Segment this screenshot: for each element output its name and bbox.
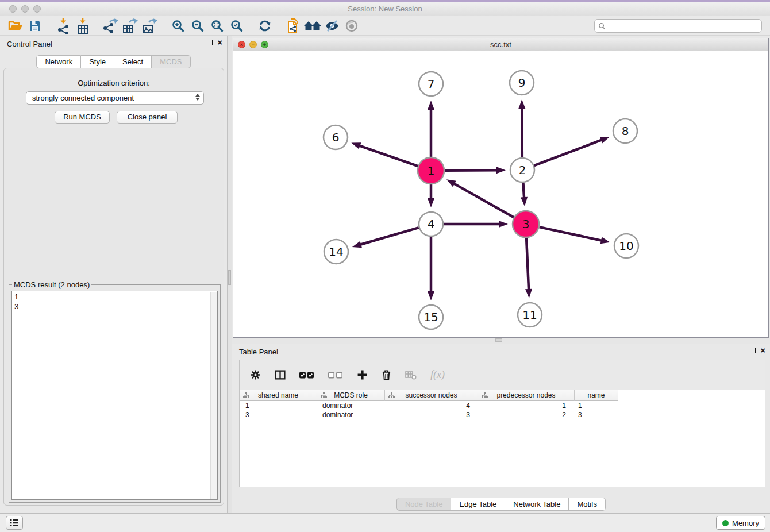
edge-2-3[interactable]: [521, 183, 528, 206]
network-window-titlebar[interactable]: × − + scc.txt: [233, 38, 768, 51]
edge-4-3[interactable]: [444, 221, 508, 228]
zoom-fit-button[interactable]: [207, 17, 227, 34]
edge-1-6[interactable]: [351, 142, 418, 166]
window-close-button[interactable]: [9, 5, 17, 13]
table-tab-network-table[interactable]: Network Table: [505, 498, 569, 511]
cell-MCDS-role[interactable]: dominator: [317, 410, 385, 419]
export-network-button[interactable]: [101, 17, 121, 34]
window-minimize-button[interactable]: [21, 5, 29, 13]
graph-node-2[interactable]: 2: [510, 158, 534, 182]
float-panel-icon[interactable]: [207, 40, 213, 45]
hide-selected-button[interactable]: [322, 17, 342, 34]
edge-2-8[interactable]: [534, 137, 610, 165]
graph-node-9[interactable]: 9: [510, 71, 534, 95]
show-column-panel-button[interactable]: [275, 369, 286, 380]
graph-node-14[interactable]: 14: [324, 240, 348, 264]
graph-node-6[interactable]: 6: [324, 125, 348, 149]
criterion-select[interactable]: strongly connected component: [26, 91, 204, 105]
column-header-successor-nodes[interactable]: successor nodes: [385, 390, 478, 401]
deselect-all-checkboxes-button[interactable]: [328, 371, 343, 379]
column-header-shared-name[interactable]: shared name: [240, 390, 317, 401]
titlebar[interactable]: Session: New Session: [0, 2, 770, 16]
control-tab-mcds[interactable]: MCDS: [152, 55, 190, 68]
close-table-panel-icon[interactable]: ×: [760, 348, 765, 353]
vertical-splitter[interactable]: [228, 36, 232, 513]
cell-predecessor-nodes[interactable]: 2: [478, 410, 575, 419]
column-header-MCDS-role[interactable]: MCDS role: [317, 390, 385, 401]
cell-name[interactable]: 3: [575, 410, 618, 419]
export-table-button[interactable]: [121, 17, 140, 34]
import-network-button[interactable]: [53, 17, 73, 34]
show-all-button[interactable]: [342, 17, 361, 34]
cell-name[interactable]: 1: [575, 401, 618, 410]
table-tab-motifs[interactable]: Motifs: [569, 498, 606, 511]
graph-node-10[interactable]: 10: [614, 234, 638, 258]
edge-4-14[interactable]: [352, 228, 419, 248]
table-row[interactable]: 3dominator323: [240, 410, 618, 419]
cell-successor-nodes[interactable]: 4: [385, 401, 478, 410]
cell-successor-nodes[interactable]: 3: [385, 410, 478, 419]
function-builder-button[interactable]: f(x): [430, 369, 445, 381]
refresh-view-button[interactable]: [255, 17, 275, 34]
graph-node-11[interactable]: 11: [518, 303, 542, 327]
edge-1-4[interactable]: [428, 184, 434, 207]
cell-predecessor-nodes[interactable]: 1: [478, 401, 575, 410]
zoom-in-button[interactable]: [168, 17, 188, 34]
delete-columns-button[interactable]: [382, 369, 391, 380]
edge-3-10[interactable]: [539, 227, 610, 244]
network-canvas[interactable]: 7968124314101511: [233, 51, 768, 337]
edge-1-2[interactable]: [445, 167, 506, 174]
cell-shared-name[interactable]: 3: [240, 410, 317, 419]
first-neighbors-button[interactable]: [303, 17, 322, 34]
delete-table-button[interactable]: [405, 370, 417, 380]
horizontal-splitter[interactable]: [232, 338, 770, 344]
close-panel-button[interactable]: Close panel: [117, 111, 178, 124]
new-network-from-selection-button[interactable]: [283, 17, 303, 34]
memory-button[interactable]: Memory: [716, 516, 765, 530]
table-settings-button[interactable]: [250, 369, 261, 380]
result-scrollbar[interactable]: [210, 292, 217, 499]
network-graph[interactable]: 7968124314101511: [233, 51, 768, 337]
zoom-selected-button[interactable]: [227, 17, 247, 34]
window-zoom-button[interactable]: [33, 5, 41, 13]
network-minimize-button[interactable]: −: [249, 41, 257, 48]
cell-MCDS-role[interactable]: dominator: [317, 401, 385, 410]
control-tab-style[interactable]: Style: [81, 55, 114, 68]
run-mcds-button[interactable]: Run MCDS: [55, 111, 110, 124]
add-column-button[interactable]: [357, 369, 368, 380]
network-close-button[interactable]: ×: [238, 41, 245, 48]
import-table-button[interactable]: [73, 17, 93, 34]
graph-node-7[interactable]: 7: [419, 72, 443, 96]
control-tab-select[interactable]: Select: [114, 55, 152, 68]
open-session-button[interactable]: [6, 17, 25, 34]
graph-node-8[interactable]: 8: [613, 119, 637, 143]
float-table-panel-icon[interactable]: [750, 348, 756, 353]
edge-3-1[interactable]: [446, 179, 514, 217]
vertical-splitter-handle[interactable]: [228, 270, 231, 285]
cell-shared-name[interactable]: 1: [240, 401, 317, 410]
close-panel-icon[interactable]: ×: [217, 40, 222, 45]
control-tab-network[interactable]: Network: [36, 55, 81, 68]
column-header-name[interactable]: name: [575, 390, 618, 401]
select-all-checkboxes-button[interactable]: [299, 371, 314, 379]
edge-3-11[interactable]: [525, 238, 532, 298]
search-box[interactable]: [594, 19, 762, 33]
graph-node-3[interactable]: 3: [513, 211, 539, 237]
zoom-out-button[interactable]: [188, 17, 207, 34]
network-maximize-button[interactable]: +: [261, 41, 268, 48]
column-header-predecessor-nodes[interactable]: predecessor nodes: [478, 390, 575, 401]
edge-4-15[interactable]: [428, 237, 434, 300]
graph-node-15[interactable]: 15: [419, 305, 443, 329]
table-row[interactable]: 1dominator411: [240, 401, 618, 410]
search-input[interactable]: [607, 20, 759, 32]
graph-node-4[interactable]: 4: [419, 212, 443, 236]
export-image-button[interactable]: [140, 17, 160, 34]
edge-2-9[interactable]: [518, 99, 525, 157]
graph-node-1[interactable]: 1: [418, 157, 444, 184]
edge-1-7[interactable]: [428, 101, 434, 157]
save-session-button[interactable]: [25, 17, 45, 34]
table-tab-node-table[interactable]: Node Table: [396, 498, 452, 511]
task-history-button[interactable]: [6, 516, 23, 530]
horizontal-splitter-handle[interactable]: [495, 338, 502, 342]
table-tab-edge-table[interactable]: Edge Table: [451, 498, 505, 511]
